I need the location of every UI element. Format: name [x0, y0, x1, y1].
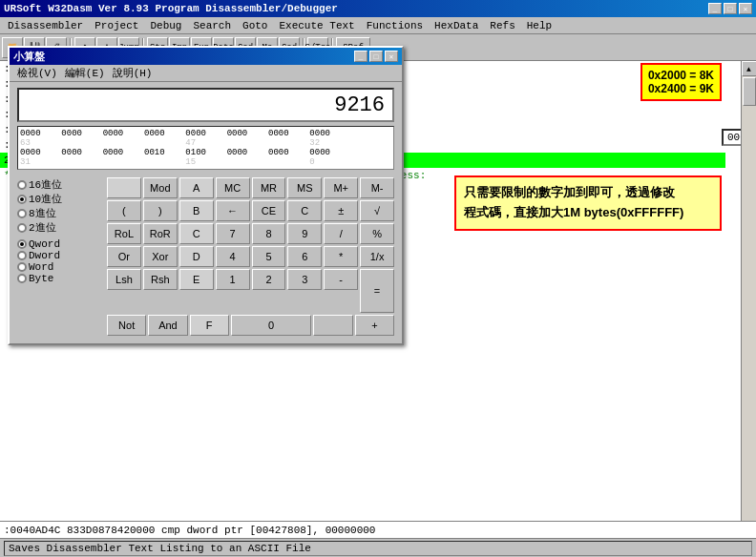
btn-div[interactable]: /	[324, 223, 358, 244]
btn-sign[interactable]: ±	[324, 200, 358, 221]
status-bar: Saves Disassembler Text Listing to an AS…	[0, 538, 756, 557]
btn-3[interactable]: 3	[287, 269, 322, 290]
btn-mod[interactable]: Mod	[143, 177, 178, 198]
calc-mem-row-1: 0000 0000 0000 0000 0000 0000 0000 0000	[20, 129, 391, 138]
btn-mplus[interactable]: M+	[324, 177, 358, 198]
btn-sqrt[interactable]: √	[360, 200, 394, 221]
scrollbar-vertical[interactable]: ▲ ▼	[741, 61, 756, 538]
calc-base-radios: 16進位 10進位 8進位 2進位	[17, 177, 103, 235]
radio-hex-circle[interactable]	[17, 180, 27, 190]
btn-mr[interactable]: MR	[252, 177, 286, 198]
calc-mem-row-2: 63 47 32	[20, 138, 391, 148]
scroll-thumb[interactable]	[743, 77, 756, 106]
btn-c[interactable]: C	[287, 200, 322, 221]
btn-mminus[interactable]: M-	[360, 177, 394, 198]
radio-dec[interactable]: 10進位	[17, 192, 103, 206]
radio-word[interactable]: Word	[17, 261, 103, 273]
radio-qword-circle[interactable]	[17, 239, 27, 249]
radio-dword[interactable]: Dword	[17, 250, 103, 261]
btn-ce[interactable]: CE	[252, 200, 286, 221]
menu-help[interactable]: Help	[521, 18, 557, 33]
btn-2[interactable]: 2	[252, 269, 286, 290]
btn-ms[interactable]: MS	[287, 177, 322, 198]
btn-and[interactable]: And	[148, 315, 187, 336]
menu-debug[interactable]: Debug	[144, 18, 187, 33]
menu-refs[interactable]: Refs	[484, 18, 520, 33]
calc-menu-view[interactable]: 檢視(V)	[13, 66, 61, 80]
menu-hexdata[interactable]: HexData	[429, 18, 484, 33]
btn-4[interactable]: 4	[216, 246, 250, 267]
bottom-disasm-line: :0040AD4C 833D0878420000 cmp dword ptr […	[0, 521, 756, 538]
radio-oct[interactable]: 8進位	[17, 206, 103, 220]
calc-mem-row-3: 0000 0000 0000 0010 0100 0000 0000 0000	[20, 148, 391, 157]
menu-disassembler[interactable]: Disassembler	[2, 18, 89, 33]
btn-c2[interactable]: C	[179, 223, 214, 244]
btn-pct[interactable]: %	[360, 223, 394, 244]
radio-hex[interactable]: 16進位	[17, 177, 103, 192]
btn-backspace[interactable]: ←	[216, 200, 250, 221]
maximize-button[interactable]: □	[724, 3, 737, 14]
calc-menu: 檢視(V) 編輯(E) 說明(H)	[10, 65, 402, 82]
calc-maximize-btn[interactable]: □	[369, 51, 383, 62]
menu-goto[interactable]: Goto	[237, 18, 273, 33]
btn-ror[interactable]: RoR	[143, 223, 178, 244]
btn-equals-tall[interactable]: =	[360, 269, 394, 313]
btn-7[interactable]: 7	[216, 223, 250, 244]
calc-menu-edit[interactable]: 編輯(E)	[61, 66, 109, 80]
radio-byte-circle[interactable]	[17, 274, 27, 283]
calc-btn-row-1: Mod A MC MR MS M+ M-	[107, 177, 394, 198]
btn-not[interactable]: Not	[107, 315, 146, 336]
menu-search[interactable]: Search	[187, 18, 237, 33]
btn-5[interactable]: 5	[252, 246, 286, 267]
btn-e[interactable]: E	[179, 269, 214, 290]
radio-byte[interactable]: Byte	[17, 273, 103, 284]
radio-oct-circle[interactable]	[17, 209, 27, 218]
radio-word-label: Word	[29, 261, 53, 273]
btn-6[interactable]: 6	[287, 246, 322, 267]
radio-bin[interactable]: 2進位	[17, 220, 103, 235]
menu-functions[interactable]: Functions	[361, 18, 429, 33]
btn-lsh[interactable]: Lsh	[107, 269, 141, 290]
btn-f[interactable]: F	[190, 315, 229, 336]
btn-dot[interactable]	[313, 315, 352, 336]
btn-rol[interactable]: RoL	[107, 223, 141, 244]
menu-project[interactable]: Project	[89, 18, 144, 33]
addr-input[interactable]	[722, 129, 741, 146]
annotation-box-1: 0x2000 = 8K 0x2400 = 9K	[640, 63, 722, 101]
scroll-track[interactable]	[742, 76, 756, 523]
scroll-up-button[interactable]: ▲	[742, 61, 757, 76]
radio-dword-circle[interactable]	[17, 251, 27, 260]
btn-xor[interactable]: Xor	[143, 246, 178, 267]
radio-hex-label: 16進位	[29, 177, 62, 192]
btn-d[interactable]: D	[179, 246, 214, 267]
btn-plus[interactable]: +	[355, 315, 394, 336]
btn-0[interactable]: 0	[231, 315, 312, 336]
btn-empty-1[interactable]	[107, 177, 141, 198]
btn-1[interactable]: 1	[216, 269, 250, 290]
minimize-button[interactable]: _	[708, 3, 722, 14]
btn-9[interactable]: 9	[287, 223, 322, 244]
radio-bin-circle[interactable]	[17, 223, 27, 233]
calc-close-btn[interactable]: ✕	[385, 51, 398, 62]
btn-mc[interactable]: MC	[216, 177, 250, 198]
radio-qword[interactable]: Qword	[17, 238, 103, 250]
btn-8[interactable]: 8	[252, 223, 286, 244]
calc-minimize-btn[interactable]: _	[354, 51, 368, 62]
calc-menu-help[interactable]: 說明(H)	[109, 66, 157, 80]
btn-inv[interactable]: 1/x	[360, 246, 394, 267]
btn-mul[interactable]: *	[324, 246, 358, 267]
btn-minus[interactable]: -	[324, 269, 358, 290]
close-button[interactable]: ✕	[739, 3, 752, 14]
menu-execute[interactable]: Execute Text	[273, 18, 360, 33]
btn-or[interactable]: Or	[107, 246, 141, 267]
calc-memory-display: 0000 0000 0000 0000 0000 0000 0000 0000 …	[17, 126, 394, 170]
bottom-disasm-text: :0040AD4C 833D0878420000 cmp dword ptr […	[4, 525, 375, 536]
radio-byte-label: Byte	[29, 273, 53, 284]
btn-lparen[interactable]: (	[107, 200, 141, 221]
btn-rparen[interactable]: )	[143, 200, 178, 221]
btn-rsh[interactable]: Rsh	[143, 269, 178, 290]
btn-a[interactable]: A	[179, 177, 214, 198]
btn-b[interactable]: B	[179, 200, 214, 221]
radio-word-circle[interactable]	[17, 262, 27, 272]
radio-dec-circle[interactable]	[17, 195, 27, 204]
